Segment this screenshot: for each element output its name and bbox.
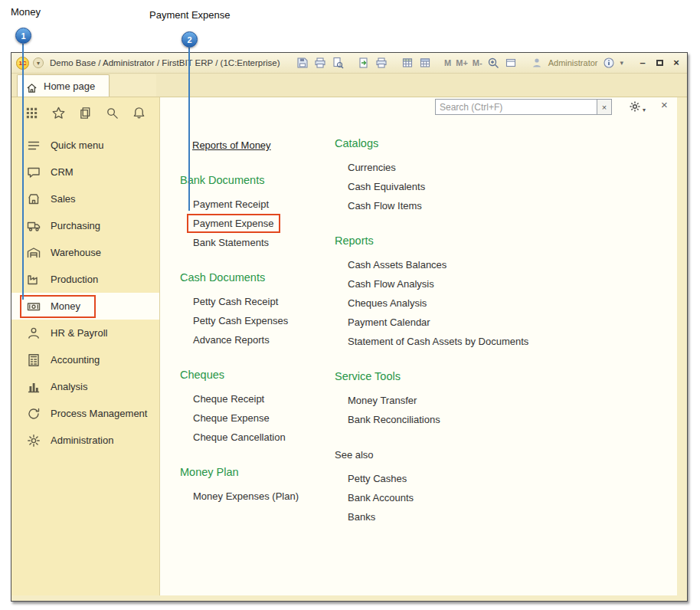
sidebar-item-content: Process Management (20, 402, 153, 425)
sidebar-item-accounting[interactable]: Accounting (11, 346, 159, 373)
info-icon[interactable] (602, 57, 615, 70)
sidebar-item-label: Money (51, 300, 80, 312)
sidebar-item-warehouse[interactable]: Warehouse (11, 239, 159, 266)
zoom-icon[interactable] (487, 57, 500, 70)
menu-item-cheque-cancellation[interactable]: Cheque Cancellation (180, 428, 333, 447)
main-panel: × ▾ × Reports of Money Bank Documents Pa… (160, 97, 677, 595)
section-see-also: See also Petty Cashes Bank Accounts Bank… (335, 445, 595, 526)
section-reports: Reports Cash Assets Balances Cash Flow A… (335, 231, 595, 351)
bell-icon[interactable] (132, 106, 146, 123)
sidebar-item-label: Sales (51, 193, 76, 205)
sidebar-item-purchasing[interactable]: Purchasing (11, 212, 159, 239)
callout-label-money: Money (11, 6, 41, 18)
section-catalogs: Catalogs Currencies Cash Equivalents Cas… (335, 134, 595, 215)
search-icon[interactable] (105, 106, 119, 123)
minimize-button[interactable]: – (636, 57, 649, 69)
panel-close-button[interactable]: × (661, 98, 668, 111)
callout-badge-2: 2 (182, 31, 198, 48)
home-icon (26, 80, 38, 92)
section-title: Cheques (180, 366, 333, 385)
maximize-button[interactable] (653, 57, 666, 69)
menu-item-petty-cash-expenses[interactable]: Petty Cash Expenses (180, 311, 333, 330)
sidebar-item-content: Sales (20, 188, 82, 211)
apps-grid-icon[interactable] (25, 106, 39, 123)
sidebar-item-label: Process Management (51, 408, 147, 419)
section-title: Bank Documents (180, 171, 333, 190)
titlebar: 1C ▾ Demo Base / Administrator / FirstBI… (11, 53, 687, 74)
history-icon[interactable] (78, 106, 93, 123)
memory-minus-button[interactable]: M- (473, 58, 482, 67)
tab-home-page[interactable]: Home page (17, 74, 110, 97)
section-title: Cash Documents (180, 268, 333, 287)
sidebar-item-money[interactable]: Money (11, 293, 159, 320)
menu-icon (26, 138, 41, 153)
chevron-down-icon[interactable]: ▾ (620, 59, 623, 67)
sidebar-item-hr-payroll[interactable]: HR & Payroll (11, 320, 159, 346)
menu-item-cash-assets-balances[interactable]: Cash Assets Balances (335, 255, 595, 274)
money-highlight-box: Money (20, 295, 96, 318)
reports-of-money-link[interactable]: Reports of Money (192, 136, 333, 155)
menu-item-bank-statements[interactable]: Bank Statements (180, 233, 333, 252)
sidebar-item-content: Purchasing (20, 215, 106, 238)
sidebar-item-content: Accounting (20, 349, 106, 372)
print-icon[interactable] (313, 57, 326, 70)
menu-item-payment-receipt[interactable]: Payment Receipt (180, 195, 333, 214)
current-user-label: Administrator (548, 58, 598, 67)
gear-chevron-icon: ▾ (643, 107, 646, 113)
favorites-star-icon[interactable] (51, 106, 66, 123)
menu-item-banks[interactable]: Banks (335, 507, 595, 526)
close-button[interactable]: × (670, 57, 682, 69)
sidebar-item-administration[interactable]: Administration (11, 427, 159, 454)
money-icon (26, 299, 41, 314)
search-input[interactable] (435, 99, 597, 115)
sidebar-item-content: Quick menu (20, 134, 110, 157)
main-menu-chevron-icon[interactable]: ▾ (33, 57, 44, 68)
scale-icon[interactable] (505, 57, 518, 70)
menu-item-payment-expense[interactable]: Payment Expense (180, 214, 333, 233)
print-form-icon[interactable] (375, 57, 388, 70)
settings-gear-icon[interactable]: ▾ (628, 100, 646, 113)
sidebar-item-label: HR & Payroll (51, 327, 107, 339)
sidebar-item-label: Quick menu (51, 139, 103, 151)
sidebar-item-content: CRM (20, 161, 80, 184)
menu-item-cheques-analysis[interactable]: Cheques Analysis (335, 294, 595, 313)
tab-bar: Home page (11, 74, 687, 97)
sidebar-item-process-management[interactable]: Process Management (11, 400, 159, 427)
menu-item-cash-equivalents[interactable]: Cash Equivalents (335, 177, 595, 196)
memory-plus-button[interactable]: M+ (456, 58, 468, 67)
search-clear-button[interactable]: × (597, 99, 612, 115)
payment-expense-highlight: Payment Expense (187, 214, 280, 233)
memory-m-button[interactable]: M (444, 58, 451, 67)
menu-item-cash-flow-items[interactable]: Cash Flow Items (335, 196, 595, 215)
table-icon[interactable] (401, 57, 414, 70)
menu-item-cheque-receipt[interactable]: Cheque Receipt (180, 389, 333, 408)
menu-item-advance-reports[interactable]: Advance Reports (180, 330, 333, 349)
sidebar-toolbar (11, 97, 159, 132)
sidebar-item-analysis[interactable]: Analysis (11, 373, 159, 400)
menu-item-petty-cash-receipt[interactable]: Petty Cash Receipt (180, 292, 333, 311)
menu-item-petty-cashes[interactable]: Petty Cashes (335, 469, 595, 488)
menu-item-currencies[interactable]: Currencies (335, 158, 595, 177)
sidebar-item-crm[interactable]: CRM (11, 159, 159, 185)
chat-icon (26, 165, 41, 180)
window-body: Quick menu CRM Sales (11, 97, 687, 595)
calendar-icon[interactable] (418, 57, 431, 70)
menu-item-cash-flow-analysis[interactable]: Cash Flow Analysis (335, 274, 595, 294)
section-title: Service Tools (335, 367, 595, 386)
menu-column-left: Reports of Money Bank Documents Payment … (180, 136, 333, 506)
menu-item-statement-of-cash-assets[interactable]: Statement of Cash Assets by Documents (335, 332, 595, 351)
sidebar-item-quick-menu[interactable]: Quick menu (11, 132, 159, 159)
sidebar-item-sales[interactable]: Sales (11, 185, 159, 212)
sidebar-item-production[interactable]: Production (11, 266, 159, 293)
menu-item-money-transfer[interactable]: Money Transfer (335, 391, 595, 410)
menu-item-money-expenses-plan[interactable]: Money Expenses (Plan) (180, 487, 333, 506)
menu-item-cheque-expense[interactable]: Cheque Expense (180, 408, 333, 428)
sidebar-item-content: Administration (20, 429, 119, 452)
save-icon[interactable] (296, 57, 309, 70)
send-icon[interactable] (357, 57, 370, 70)
print-preview-icon[interactable] (331, 57, 344, 70)
menu-item-payment-calendar[interactable]: Payment Calendar (335, 313, 595, 332)
section-money-plan: Money Plan Money Expenses (Plan) (180, 463, 333, 506)
menu-item-bank-accounts[interactable]: Bank Accounts (335, 488, 595, 507)
menu-item-bank-reconciliations[interactable]: Bank Reconciliations (335, 410, 595, 429)
